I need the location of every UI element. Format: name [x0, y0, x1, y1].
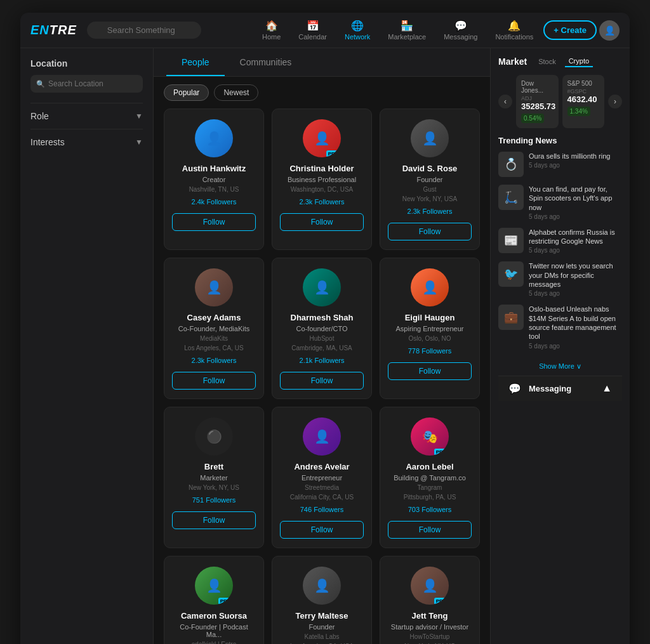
app-logo: ENTRE	[30, 23, 77, 37]
person-location: New York, NY, USA	[402, 195, 458, 202]
pill-popular[interactable]: Popular	[164, 84, 209, 101]
news-list: 💍 Oura sells its millionth ring 5 days a…	[498, 152, 622, 350]
news-headline: You can find, and pay for, Spin scooters…	[529, 185, 622, 212]
person-role: Co-founder/CTO	[296, 325, 347, 332]
pill-newest[interactable]: Newest	[214, 84, 258, 101]
nav-network[interactable]: 🌐 Network	[337, 16, 378, 44]
person-location: Nashville, TN, US	[189, 186, 239, 193]
person-role: Business Professional	[288, 176, 356, 183]
news-time: 5 days ago	[529, 247, 622, 254]
avatar[interactable]: 👤	[599, 20, 620, 41]
person-role: Founder	[309, 623, 335, 631]
person-card: 👤 Terry Maltese Founder Katella Labs Los…	[272, 556, 372, 644]
person-name: Eigil Haugen	[405, 313, 455, 322]
person-role: Aspiring Entrepreneur	[395, 325, 463, 332]
person-avatar: 👤	[411, 268, 449, 306]
people-grid: 👤 Austin Hankwitz Creator Nashville, TN,…	[154, 108, 490, 644]
messaging-bar[interactable]: 💬 Messaging ▲	[498, 376, 622, 401]
market-card-value: 35285.73	[521, 102, 554, 111]
followers-count: 778 Followers	[408, 347, 451, 355]
interests-chevron-icon: ▼	[135, 138, 143, 147]
person-avatar: 👤	[303, 567, 341, 605]
search-input[interactable]	[87, 22, 201, 39]
person-card: 👤 David S. Rose Founder Gust New York, N…	[380, 108, 480, 250]
person-role: Creator	[202, 176, 226, 183]
main-layout: Location 🔍 Role ▼ Interests ▼ People Com…	[20, 48, 630, 644]
follow-button[interactable]: Follow	[280, 521, 364, 539]
home-icon: 🏠	[265, 20, 278, 32]
nav-notifications[interactable]: 🔔 Notifications	[488, 16, 541, 44]
followers-count: 703 Followers	[408, 506, 451, 513]
news-item[interactable]: 📰 Alphabet confirms Russia is restrictin…	[498, 228, 622, 254]
person-role: Entrepreneur	[302, 474, 342, 482]
messaging-icon: 💬	[454, 20, 467, 32]
news-item[interactable]: 🛴 You can find, and pay for, Spin scoote…	[498, 185, 622, 220]
news-headline: Oura sells its millionth ring	[529, 152, 622, 161]
person-card: 👤 Andres Avelar Entrepreneur Streetmedia…	[272, 407, 372, 548]
interests-filter[interactable]: Interests ▼	[30, 129, 143, 155]
person-name: Dharmesh Shah	[291, 313, 354, 322]
follow-button[interactable]: Follow	[172, 511, 256, 529]
market-tab-crypto[interactable]: Crypto	[565, 56, 593, 67]
pro-badge: PRO	[434, 598, 449, 605]
nav-messaging[interactable]: 💬 Messaging	[436, 16, 485, 44]
person-card: 👤 PRO Jett Teng Startup advisor / Invest…	[380, 556, 480, 644]
tabs-bar: People Communities	[154, 48, 490, 77]
person-location: Los Angeles, CA, US	[184, 345, 243, 352]
nav-home-label: Home	[262, 33, 281, 41]
person-name: David S. Rose	[402, 164, 458, 173]
nav-notifications-label: Notifications	[495, 33, 533, 41]
person-role: Co-Founder, MediaKits	[178, 325, 250, 332]
person-card: ⚫ Brett Marketer New York, NY, US 751 Fo…	[164, 407, 264, 548]
nav-home[interactable]: 🏠 Home	[255, 16, 288, 44]
followers-count: 2.1k Followers	[300, 357, 345, 364]
news-item[interactable]: 💼 Oslo-based Unleash nabs $14M Series A …	[498, 305, 622, 349]
nav-messaging-label: Messaging	[444, 33, 477, 41]
news-headline: Alphabet confirms Russia is restricting …	[529, 228, 622, 246]
market-scroll-left[interactable]: ‹	[498, 95, 512, 108]
person-avatar: 🎭 PRO	[411, 417, 449, 456]
follow-button[interactable]: Follow	[388, 521, 472, 539]
person-company: HubSpot	[310, 335, 335, 342]
person-role: Startup advisor / Investor	[391, 623, 468, 631]
market-tab-stock[interactable]: Stock	[534, 56, 560, 67]
news-item[interactable]: 🐦 Twitter now lets you search your DMs f…	[498, 261, 622, 297]
news-item[interactable]: 💍 Oura sells its millionth ring 5 days a…	[498, 152, 622, 177]
left-sidebar: Location 🔍 Role ▼ Interests ▼	[20, 48, 154, 644]
tab-people[interactable]: People	[166, 48, 225, 76]
person-card: 👤 PRO Christina Holder Business Professi…	[272, 108, 372, 250]
pro-badge: PRO	[434, 449, 449, 456]
location-search-input[interactable]	[30, 75, 143, 93]
role-filter[interactable]: Role ▼	[30, 103, 143, 129]
person-avatar: 👤	[303, 417, 341, 456]
show-more-button[interactable]: Show More ∨	[498, 357, 622, 376]
nav-network-label: Network	[345, 33, 370, 41]
follow-button[interactable]: Follow	[388, 223, 472, 240]
tab-communities[interactable]: Communities	[225, 48, 307, 76]
nav-marketplace[interactable]: 🏪 Marketplace	[380, 16, 434, 44]
messaging-chat-icon: 💬	[508, 383, 521, 395]
person-company: Gust	[423, 186, 436, 193]
news-time: 5 days ago	[529, 162, 622, 169]
news-thumbnail: 🐦	[498, 261, 524, 287]
person-name: Andres Avelar	[294, 462, 349, 471]
person-location: Pittsburgh, PA, US	[404, 494, 456, 501]
person-card: 👤 Dharmesh Shah Co-founder/CTO HubSpot C…	[272, 258, 372, 399]
market-card: S&P 500 #GSPC 4632.40 1.34%	[562, 75, 605, 128]
follow-button[interactable]: Follow	[172, 372, 256, 390]
follow-button[interactable]: Follow	[280, 213, 364, 231]
nav-calendar[interactable]: 📅 Calendar	[291, 16, 335, 44]
create-button[interactable]: + Create	[543, 20, 597, 40]
market-scroll-right[interactable]: ›	[608, 95, 622, 108]
trending-title: Trending News	[498, 136, 622, 145]
messaging-expand-icon: ▲	[602, 383, 612, 394]
messaging-label: Messaging	[529, 384, 571, 393]
market-header: Market Stock Crypto	[498, 56, 622, 67]
person-role: Marketer	[200, 474, 227, 482]
follow-button[interactable]: Follow	[280, 372, 364, 390]
follow-button[interactable]: Follow	[172, 213, 256, 231]
person-avatar: 👤	[303, 268, 341, 306]
follow-button[interactable]: Follow	[388, 362, 472, 380]
person-name: Terry Maltese	[296, 611, 348, 621]
person-card: 👤 Eigil Haugen Aspiring Entrepreneur Osl…	[380, 258, 480, 399]
